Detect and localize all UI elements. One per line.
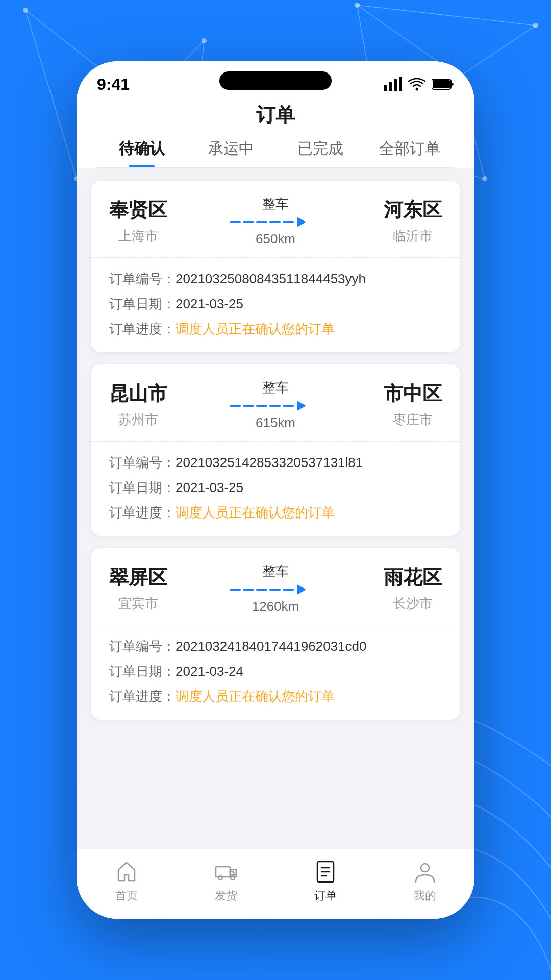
arrow-dashes-1	[230, 217, 306, 227]
order-progress-label-2: 订单进度：	[109, 504, 176, 522]
from-location-1: 奉贤区 上海市	[109, 197, 167, 245]
dash	[230, 589, 241, 591]
route-middle-3: 整车 1260km	[167, 562, 384, 615]
tab-completed[interactable]: 已完成	[276, 138, 365, 167]
dash	[283, 589, 294, 591]
from-city-3: 翠屏区	[109, 565, 167, 591]
from-location-2: 昆山市 苏州市	[109, 381, 167, 429]
order-progress-row-1: 订单进度： 调度人员正在确认您的订单	[109, 320, 442, 338]
tab-in-transit[interactable]: 承运中	[186, 138, 276, 167]
wifi-icon	[408, 77, 425, 91]
tab-all[interactable]: 全部订单	[365, 138, 454, 167]
dash	[283, 221, 294, 223]
orders-icon	[313, 860, 338, 884]
order-no-value-3: 20210324184017441962031cd0	[176, 639, 367, 654]
order-date-label-3: 订单日期：	[109, 663, 176, 680]
order-no-value-1: 20210325080843511844453yyh	[176, 271, 366, 287]
distance-1: 650km	[256, 231, 295, 247]
from-district-2: 苏州市	[118, 411, 158, 429]
nav-label-home: 首页	[115, 888, 138, 903]
distance-3: 1260km	[252, 599, 299, 615]
to-district-2: 枣庄市	[393, 411, 433, 429]
order-route-1: 奉贤区 上海市 整车 650	[91, 181, 460, 258]
tab-pending[interactable]: 待确认	[97, 138, 186, 167]
svg-rect-23	[384, 85, 387, 91]
arrow-head-2	[297, 401, 306, 411]
to-city-2: 市中区	[384, 381, 442, 407]
order-card-1[interactable]: 奉贤区 上海市 整车 650	[91, 181, 460, 352]
arrow-head-1	[297, 217, 306, 227]
order-no-label-3: 订单编号：	[109, 638, 176, 655]
svg-rect-30	[216, 867, 230, 877]
profile-icon	[413, 860, 437, 884]
dash	[243, 405, 254, 407]
order-progress-row-2: 订单进度： 调度人员正在确认您的订单	[109, 504, 442, 522]
nav-item-profile[interactable]: 我的	[413, 860, 437, 903]
battery-icon	[432, 78, 454, 90]
status-bar-container: 9:41	[77, 61, 474, 168]
svg-point-10	[202, 38, 207, 43]
nav-item-orders[interactable]: 订单	[313, 860, 338, 903]
order-no-label-1: 订单编号：	[109, 270, 176, 288]
svg-point-21	[482, 176, 487, 181]
dash	[269, 405, 281, 407]
dash	[269, 589, 281, 591]
order-route-2: 昆山市 苏州市 整车 615	[91, 364, 460, 442]
order-progress-value-2: 调度人员正在确认您的订单	[176, 504, 335, 522]
svg-rect-24	[389, 82, 392, 91]
from-city-2: 昆山市	[109, 381, 167, 407]
order-list: 奉贤区 上海市 整车 650	[77, 168, 474, 849]
arrow-dashes-3	[230, 584, 306, 595]
svg-point-7	[23, 8, 28, 13]
route-middle-1: 整车 650km	[167, 195, 384, 247]
route-middle-2: 整车 615km	[167, 379, 384, 431]
order-date-row-2: 订单日期： 2021-03-25	[109, 479, 442, 497]
dash	[230, 405, 241, 407]
to-location-2: 市中区 枣庄市	[384, 381, 442, 429]
order-progress-label-1: 订单进度：	[109, 320, 176, 338]
dash	[230, 221, 241, 223]
order-card-2[interactable]: 昆山市 苏州市 整车 615	[91, 364, 460, 536]
bottom-navigation: 首页 发货 订单	[77, 849, 474, 919]
nav-item-shipping[interactable]: 发货	[214, 860, 238, 903]
route-arrow-3	[230, 584, 321, 595]
order-no-label-2: 订单编号：	[109, 454, 176, 472]
from-district-3: 宜宾市	[118, 595, 158, 612]
order-date-row-1: 订单日期： 2021-03-25	[109, 295, 442, 313]
svg-point-20	[533, 23, 538, 28]
order-no-value-2: 20210325142853320537131l81	[176, 455, 363, 471]
signal-icon	[384, 77, 402, 91]
to-city-1: 河东区	[384, 197, 442, 223]
phone-frame: 9:41	[77, 61, 474, 919]
dash	[256, 221, 267, 223]
order-details-1: 订单编号： 20210325080843511844453yyh 订单日期： 2…	[91, 258, 460, 352]
route-type-2: 整车	[262, 379, 289, 397]
order-progress-value-1: 调度人员正在确认您的订单	[176, 320, 335, 338]
status-icons	[384, 77, 454, 91]
page-title: 订单	[97, 102, 454, 138]
dynamic-island	[219, 71, 332, 90]
dash	[256, 405, 267, 407]
order-date-value-3: 2021-03-24	[176, 664, 243, 679]
order-no-row-1: 订单编号： 20210325080843511844453yyh	[109, 270, 442, 288]
from-district-1: 上海市	[118, 227, 158, 245]
nav-item-home[interactable]: 首页	[114, 860, 139, 903]
order-route-3: 翠屏区 宜宾市 整车 126	[91, 548, 460, 625]
order-date-label-2: 订单日期：	[109, 479, 176, 497]
distance-2: 615km	[256, 415, 295, 431]
svg-point-31	[218, 876, 222, 880]
route-arrow-1	[230, 217, 321, 227]
order-progress-value-3: 调度人员正在确认您的订单	[176, 688, 335, 705]
dash	[243, 221, 254, 223]
order-progress-label-3: 订单进度：	[109, 688, 176, 705]
svg-point-32	[231, 876, 235, 880]
arrow-head-3	[297, 584, 306, 595]
svg-rect-25	[394, 79, 397, 91]
order-progress-row-3: 订单进度： 调度人员正在确认您的订单	[109, 688, 442, 705]
order-card-3[interactable]: 翠屏区 宜宾市 整车 126	[91, 548, 460, 720]
route-type-1: 整车	[262, 195, 289, 213]
route-arrow-2	[230, 401, 321, 411]
svg-point-18	[355, 3, 360, 8]
to-location-1: 河东区 临沂市	[384, 197, 442, 245]
order-date-value-2: 2021-03-25	[176, 480, 243, 496]
